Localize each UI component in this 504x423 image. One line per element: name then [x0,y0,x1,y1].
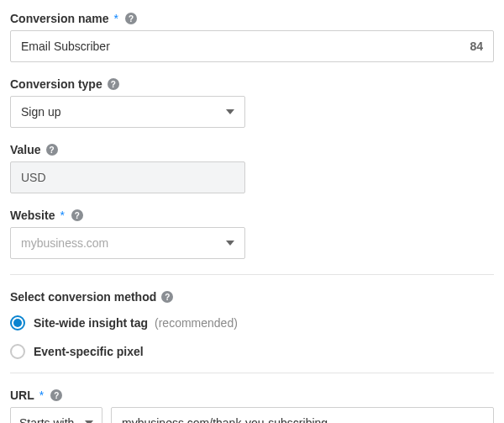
value-input-wrap[interactable]: USD [10,161,245,193]
required-marker: * [112,12,119,25]
help-icon[interactable]: ? [161,291,173,303]
conversion-name-input[interactable] [21,40,483,53]
radio-icon [10,315,25,330]
conversion-type-select[interactable]: Sign up [10,96,245,128]
conversion-name-label-row: Conversion name * ? [10,12,494,25]
url-label: URL [10,389,34,402]
url-operator-value: Starts with [19,416,74,423]
url-operator-select[interactable]: Starts with [10,407,102,423]
divider [10,274,494,275]
conversion-method-label-row: Select conversion method ? [10,290,494,304]
help-icon[interactable]: ? [50,389,62,401]
help-icon[interactable]: ? [71,209,83,221]
radio-sitewide-insight-tag[interactable]: Site-wide insight tag (recommended) [10,315,494,330]
conversion-name-input-wrap[interactable]: 84 [10,30,494,62]
chevron-down-icon [226,109,234,114]
conversion-type-label: Conversion type [10,77,102,91]
chevron-down-icon [226,241,234,246]
radio-label: Site-wide insight tag [34,316,148,330]
value-input-text: USD [21,171,46,184]
value-label-row: Value ? [10,143,494,156]
conversion-type-value: Sign up [21,105,60,119]
conversion-method-label: Select conversion method [10,290,156,304]
url-input-row: Starts with [10,407,494,423]
help-icon[interactable]: ? [46,144,58,156]
required-marker: * [58,209,66,222]
website-label: Website [10,209,55,222]
website-field: Website * ? mybusiness.com [10,209,494,259]
radio-label: Event-specific pixel [34,345,144,358]
conversion-type-field: Conversion type ? Sign up [10,77,494,128]
website-label-row: Website * ? [10,209,494,222]
divider [10,373,494,373]
conversion-name-field: Conversion name * ? 84 [10,12,494,62]
value-field: Value ? USD [10,143,494,193]
website-select[interactable]: mybusiness.com [10,227,245,259]
website-placeholder: mybusiness.com [21,236,108,250]
value-label: Value [10,143,41,156]
help-icon[interactable]: ? [125,13,137,24]
url-input[interactable] [111,407,494,423]
radio-event-specific-pixel[interactable]: Event-specific pixel [10,344,494,359]
help-icon[interactable]: ? [108,78,119,90]
conversion-name-label: Conversion name [10,12,108,25]
radio-icon [10,344,25,359]
url-label-row: URL * ? [10,389,494,402]
conversion-name-char-count: 84 [470,40,483,53]
required-marker: * [38,389,45,402]
radio-suffix: (recommended) [151,316,238,330]
conversion-type-label-row: Conversion type ? [10,77,494,91]
